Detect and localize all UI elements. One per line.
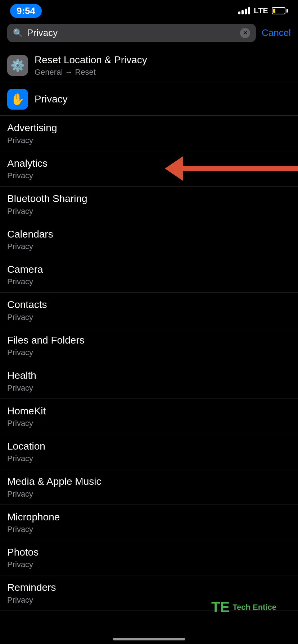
item-title-location: Location xyxy=(7,440,291,453)
search-bar[interactable]: 🔍 Privacy ✕ xyxy=(7,24,256,42)
clear-search-button[interactable]: ✕ xyxy=(240,28,250,38)
list-item-camera[interactable]: CameraPrivacy xyxy=(0,257,298,293)
gear-icon: ⚙️ xyxy=(10,59,25,72)
item-title-media-apple-music: Media & Apple Music xyxy=(7,475,291,488)
list-item-media-apple-music[interactable]: Media & Apple MusicPrivacy xyxy=(0,469,298,505)
item-subtitle-microphone: Privacy xyxy=(7,525,291,534)
cancel-button[interactable]: Cancel xyxy=(262,27,291,38)
list-item-calendars[interactable]: CalendarsPrivacy xyxy=(0,222,298,257)
gear-icon-container: ⚙️ xyxy=(7,55,28,76)
item-subtitle-photos: Privacy xyxy=(7,560,291,569)
list-item-analytics[interactable]: AnalyticsPrivacy xyxy=(0,151,298,187)
item-title-reset: Reset Location & Privacy xyxy=(35,54,291,66)
time-display: 9:54 xyxy=(10,4,42,18)
item-subtitle-camera: Privacy xyxy=(7,277,291,286)
sub-items-section: AdvertisingPrivacyAnalyticsPrivacy Bluet… xyxy=(0,116,298,611)
search-icon: 🔍 xyxy=(13,28,23,38)
list-item-reset-location[interactable]: ⚙️ Reset Location & Privacy General → Re… xyxy=(0,48,298,83)
item-subtitle-health: Privacy xyxy=(7,383,291,393)
network-type: LTE xyxy=(254,6,268,15)
top-results-section: ⚙️ Reset Location & Privacy General → Re… xyxy=(0,48,298,116)
item-title-photos: Photos xyxy=(7,546,291,559)
item-subtitle-advertising: Privacy xyxy=(7,136,291,145)
item-content-reset: Reset Location & Privacy General → Reset xyxy=(35,54,291,77)
item-title-calendars: Calendars xyxy=(7,228,291,241)
battery-indicator xyxy=(272,7,288,14)
item-subtitle-media-apple-music: Privacy xyxy=(7,489,291,499)
list-item-contacts[interactable]: ContactsPrivacy xyxy=(0,293,298,328)
item-subtitle-calendars: Privacy xyxy=(7,242,291,251)
list-item-health[interactable]: HealthPrivacy xyxy=(0,363,298,399)
item-title-homekit: HomeKit xyxy=(7,405,291,418)
list-item-microphone[interactable]: MicrophonePrivacy xyxy=(0,505,298,540)
item-title-bluetooth-sharing: Bluetooth Sharing xyxy=(7,192,291,205)
item-title-analytics: Analytics xyxy=(7,157,291,170)
item-title-privacy: Privacy xyxy=(35,93,291,106)
watermark: TE Tech Entice xyxy=(211,599,276,615)
battery-fill xyxy=(273,9,275,13)
item-content-privacy: Privacy xyxy=(35,93,291,106)
list-item-bluetooth-sharing[interactable]: Bluetooth SharingPrivacy xyxy=(0,187,298,222)
hand-icon-container: ✋ xyxy=(7,89,28,110)
item-title-health: Health xyxy=(7,369,291,382)
list-item-photos[interactable]: PhotosPrivacy xyxy=(0,540,298,575)
item-subtitle-reset: General → Reset xyxy=(35,68,291,77)
list-item-files-and-folders[interactable]: Files and FoldersPrivacy xyxy=(0,328,298,363)
status-icons: LTE xyxy=(238,6,288,15)
list-item-location[interactable]: LocationPrivacy xyxy=(0,434,298,469)
hand-icon: ✋ xyxy=(10,92,25,106)
signal-bars xyxy=(238,7,250,14)
item-subtitle-homekit: Privacy xyxy=(7,419,291,428)
item-title-reminders: Reminders xyxy=(7,581,291,594)
item-subtitle-files-and-folders: Privacy xyxy=(7,348,291,357)
watermark-brand: Tech Entice xyxy=(232,603,276,612)
status-bar: 9:54 LTE xyxy=(0,0,298,19)
battery-body xyxy=(272,7,285,14)
item-title-camera: Camera xyxy=(7,263,291,276)
home-indicator xyxy=(113,638,185,640)
search-container: 🔍 Privacy ✕ Cancel xyxy=(0,19,298,48)
item-subtitle-analytics: Privacy xyxy=(7,171,291,180)
item-title-files-and-folders: Files and Folders xyxy=(7,334,291,347)
item-title-microphone: Microphone xyxy=(7,511,291,524)
search-input[interactable]: Privacy xyxy=(27,27,236,38)
list-item-homekit[interactable]: HomeKitPrivacy xyxy=(0,399,298,434)
item-subtitle-location: Privacy xyxy=(7,454,291,463)
watermark-logo: TE xyxy=(211,599,230,615)
item-title-advertising: Advertising xyxy=(7,121,291,134)
item-subtitle-contacts: Privacy xyxy=(7,313,291,322)
list-item-privacy[interactable]: ✋ Privacy xyxy=(0,83,298,116)
item-subtitle-bluetooth-sharing: Privacy xyxy=(7,207,291,216)
item-title-contacts: Contacts xyxy=(7,298,291,311)
battery-tip xyxy=(286,9,288,13)
list-item-advertising[interactable]: AdvertisingPrivacy xyxy=(0,116,298,151)
